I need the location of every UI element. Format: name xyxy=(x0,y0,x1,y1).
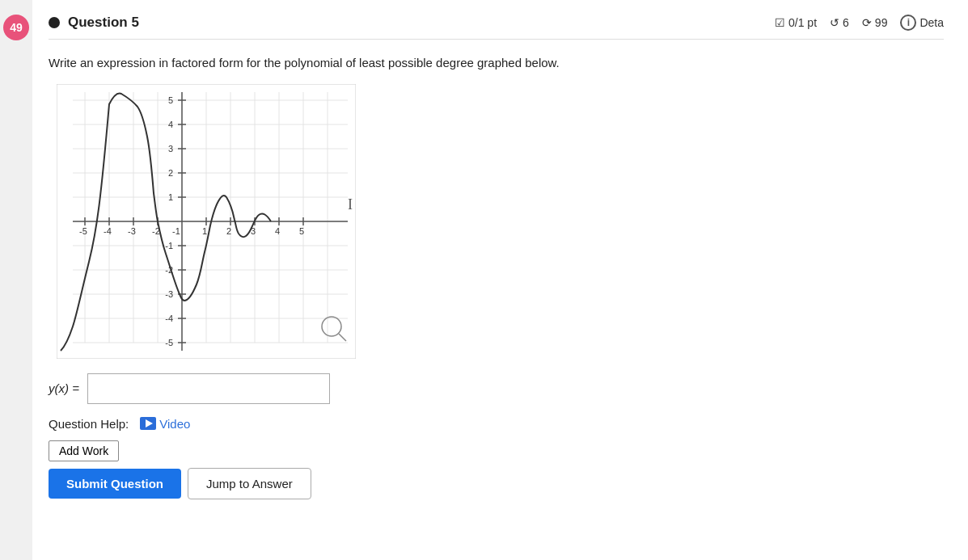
svg-text:-5: -5 xyxy=(165,338,173,347)
attempts-meta: ↺ 6 xyxy=(830,16,849,29)
submit-question-button[interactable]: Submit Question xyxy=(49,469,181,499)
svg-text:3: 3 xyxy=(168,144,173,154)
submissions-meta: ⟳ 99 xyxy=(862,16,888,29)
question-body: Write an expression in factored form for… xyxy=(49,54,944,73)
clock-icon: ↺ xyxy=(830,16,839,29)
svg-text:1: 1 xyxy=(168,192,173,202)
action-row: Submit Question Jump to Answer xyxy=(49,468,944,499)
svg-text:1: 1 xyxy=(202,226,207,236)
answer-label: y(x) = xyxy=(49,381,79,395)
svg-text:2: 2 xyxy=(226,226,231,236)
answer-input[interactable] xyxy=(87,373,330,404)
add-work-button[interactable]: Add Work xyxy=(49,440,119,461)
svg-text:4: 4 xyxy=(275,226,280,236)
jump-to-answer-button[interactable]: Jump to Answer xyxy=(188,468,311,499)
question-title: Question 5 xyxy=(49,15,139,31)
details-meta[interactable]: i Deta xyxy=(900,15,944,31)
question-header: Question 5 ☑ 0/1 pt ↺ 6 ⟳ 99 i Deta xyxy=(49,15,944,40)
help-label: Question Help: xyxy=(49,417,129,431)
graph-area: -5 -4 -3 -2 -1 1 2 3 4 5 5 4 3 2 1 -1 -2… xyxy=(57,84,356,359)
svg-text:-4: -4 xyxy=(165,314,173,323)
svg-text:-3: -3 xyxy=(165,289,173,299)
question-meta: ☑ 0/1 pt ↺ 6 ⟳ 99 i Deta xyxy=(775,15,944,31)
score-checkbox-icon: ☑ xyxy=(775,16,785,29)
attempts-value: 6 xyxy=(843,16,849,29)
info-icon: i xyxy=(900,15,916,31)
svg-text:5: 5 xyxy=(168,95,173,105)
video-icon xyxy=(140,417,156,430)
svg-text:4: 4 xyxy=(168,120,173,129)
submissions-value: 99 xyxy=(875,16,888,29)
svg-text:2: 2 xyxy=(168,168,173,178)
question-number-badge: 49 xyxy=(3,15,29,40)
bullet-icon xyxy=(49,17,60,28)
details-label: Deta xyxy=(919,16,944,29)
svg-text:5: 5 xyxy=(299,226,304,236)
score-meta: ☑ 0/1 pt xyxy=(775,16,817,29)
svg-text:I: I xyxy=(348,196,353,213)
svg-text:-4: -4 xyxy=(104,226,112,236)
question-help-row: Question Help: Video xyxy=(49,417,944,431)
svg-text:-1: -1 xyxy=(165,241,173,251)
refresh-icon: ⟳ xyxy=(862,16,872,29)
question-label: Question 5 xyxy=(68,15,139,31)
svg-text:-3: -3 xyxy=(128,226,136,236)
graph-svg: -5 -4 -3 -2 -1 1 2 3 4 5 5 4 3 2 1 -1 -2… xyxy=(57,84,356,359)
score-value: 0/1 pt xyxy=(788,16,817,29)
svg-text:-1: -1 xyxy=(172,226,180,236)
answer-row: y(x) = xyxy=(49,373,944,404)
svg-text:-5: -5 xyxy=(79,226,87,236)
video-link[interactable]: Video xyxy=(140,417,190,431)
video-label: Video xyxy=(159,417,190,431)
play-triangle-icon xyxy=(146,419,153,427)
